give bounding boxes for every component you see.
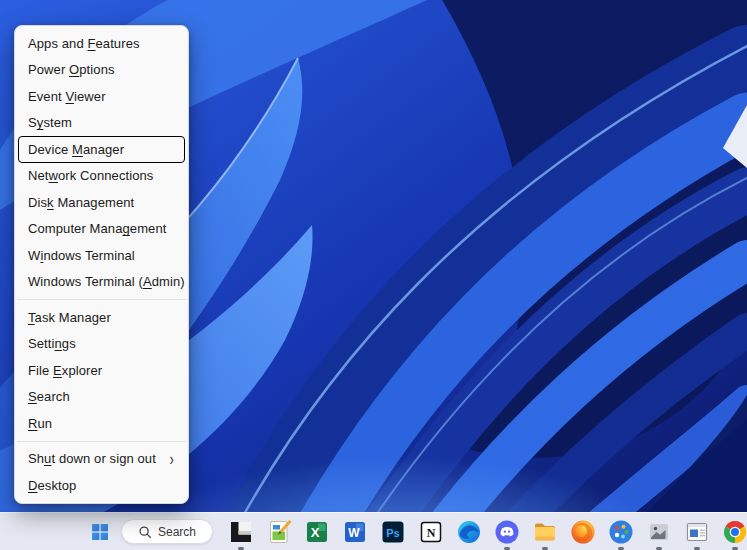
menu-item-shut-down-or-sign-out[interactable]: Shut down or sign out›: [18, 446, 185, 473]
taskbar-center-group: Search XWPsN: [86, 513, 747, 550]
menu-separator: [17, 299, 186, 300]
menu-item-network-connections[interactable]: Network Connections: [18, 163, 185, 190]
menu-item-event-viewer[interactable]: Event Viewer: [18, 83, 185, 110]
app-window-icon[interactable]: [684, 519, 710, 545]
menu-item-label: Task Manager: [28, 310, 111, 325]
menu-item-file-explorer[interactable]: File Explorer: [18, 357, 185, 384]
menu-item-computer-management[interactable]: Computer Management: [18, 216, 185, 243]
dark-square-app-icon[interactable]: [228, 519, 254, 545]
menu-item-windows-terminal-admin[interactable]: Windows Terminal (Admin): [18, 269, 185, 296]
menu-item-label: Disk Management: [28, 195, 134, 210]
menu-item-label: Shut down or sign out: [28, 451, 156, 466]
menu-item-windows-terminal[interactable]: Windows Terminal: [18, 242, 185, 269]
menu-item-label: System: [28, 115, 72, 130]
running-indicator: [694, 547, 700, 550]
file-explorer-icon[interactable]: [532, 519, 558, 545]
menu-item-label: Settings: [28, 336, 76, 351]
discord-icon[interactable]: [494, 519, 520, 545]
winx-menu: Apps and FeaturesPower OptionsEvent View…: [14, 25, 189, 504]
search-label: Search: [158, 525, 196, 539]
chrome-icon[interactable]: [722, 519, 747, 545]
menu-item-label: Network Connections: [28, 168, 153, 183]
menu-separator: [17, 441, 186, 442]
running-indicator: [504, 547, 510, 550]
menu-item-label: Power Options: [28, 62, 115, 77]
running-indicator: [618, 547, 624, 550]
menu-item-desktop[interactable]: Desktop: [18, 472, 185, 499]
menu-item-settings[interactable]: Settings: [18, 331, 185, 358]
svg-text:X: X: [311, 525, 320, 540]
desktop: Apps and FeaturesPower OptionsEvent View…: [0, 0, 747, 550]
submenu-chevron-icon: ›: [170, 450, 174, 468]
menu-item-disk-management[interactable]: Disk Management: [18, 189, 185, 216]
running-indicator: [238, 547, 244, 550]
menu-item-label: Windows Terminal (Admin): [28, 274, 185, 289]
menu-item-apps-and-features[interactable]: Apps and Features: [18, 30, 185, 57]
menu-item-label: Search: [28, 389, 70, 404]
menu-item-device-manager[interactable]: Device Manager: [18, 136, 185, 163]
menu-item-label: Desktop: [28, 478, 76, 493]
search-icon: [138, 525, 152, 539]
menu-item-label: Computer Management: [28, 221, 167, 236]
menu-item-label: File Explorer: [28, 363, 102, 378]
notion-icon[interactable]: N: [418, 519, 444, 545]
svg-text:W: W: [348, 526, 360, 540]
running-indicator: [542, 547, 548, 550]
menu-item-task-manager[interactable]: Task Manager: [18, 304, 185, 331]
menu-item-system[interactable]: System: [18, 110, 185, 137]
windows-logo-icon: [91, 523, 109, 541]
taskbar: Search XWPsN: [0, 512, 747, 550]
word-icon[interactable]: W: [342, 519, 368, 545]
excel-icon[interactable]: X: [304, 519, 330, 545]
start-button[interactable]: [86, 518, 114, 546]
menu-item-label: Windows Terminal: [28, 248, 135, 263]
running-indicator: [656, 547, 662, 550]
utility-app-icon[interactable]: [646, 519, 672, 545]
svg-text:Ps: Ps: [386, 526, 399, 538]
taskbar-search[interactable]: Search: [121, 519, 213, 544]
firefox-icon[interactable]: [570, 519, 596, 545]
running-indicator: [732, 547, 738, 550]
svg-text:N: N: [427, 525, 436, 539]
taskbar-icons: XWPsN: [228, 519, 747, 545]
menu-item-search[interactable]: Search: [18, 384, 185, 411]
menu-item-run[interactable]: Run: [18, 410, 185, 437]
paint-app-icon[interactable]: [608, 519, 634, 545]
edge-icon[interactable]: [456, 519, 482, 545]
menu-item-label: Apps and Features: [28, 36, 140, 51]
menu-item-label: Event Viewer: [28, 89, 106, 104]
notes-app-icon[interactable]: [266, 519, 292, 545]
menu-item-label: Run: [28, 416, 52, 431]
photoshop-icon[interactable]: Ps: [380, 519, 406, 545]
menu-item-label: Device Manager: [28, 142, 124, 157]
menu-item-power-options[interactable]: Power Options: [18, 57, 185, 84]
